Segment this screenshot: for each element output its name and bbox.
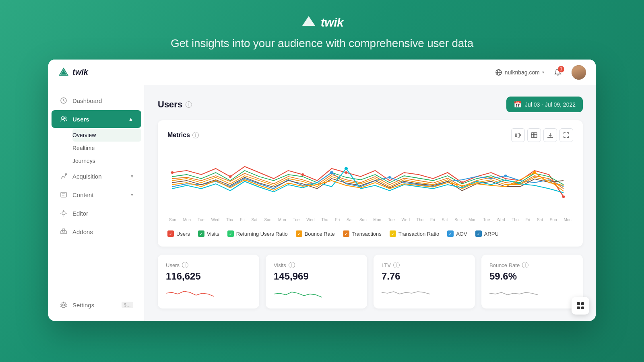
download-icon xyxy=(547,132,553,138)
legend-check-returning: ✓ xyxy=(227,230,234,237)
notification-button[interactable]: 1 xyxy=(551,65,565,80)
stat-label-visits: Visits i xyxy=(274,262,359,268)
legend-item-returning[interactable]: ✓ Returning Users Ratio xyxy=(227,230,288,237)
upgrade-badge: $… xyxy=(122,302,133,308)
app-header-logo-icon xyxy=(58,67,69,78)
svg-point-30 xyxy=(345,167,348,170)
sidebar-item-label-acquisition: Acquisition xyxy=(72,173,126,180)
legend-label-transactions: Transactions xyxy=(352,231,382,237)
content-icon xyxy=(60,191,68,199)
legend-check-arpu: ✓ xyxy=(475,230,482,237)
date-range-label: Jul 03 - Jul 09, 2022 xyxy=(525,101,576,108)
legend-label-visits: Visits xyxy=(207,231,219,237)
expand-button[interactable] xyxy=(559,128,573,142)
stats-row: Users i 116,625 Visits i 145,969 xyxy=(158,255,583,309)
users-chevron-icon: ▲ xyxy=(128,116,133,122)
compare-button[interactable] xyxy=(511,128,525,142)
stat-label-ltv: LTV i xyxy=(382,262,467,268)
legend-label-users: Users xyxy=(176,231,190,237)
legend-check-bounce: ✓ xyxy=(296,230,302,237)
users-icon xyxy=(60,115,68,123)
sidebar-sub-label-overview: Overview xyxy=(72,132,96,138)
legend-item-transaction-ratio[interactable]: ✓ Transaction Ratio xyxy=(390,230,439,237)
svg-point-26 xyxy=(562,195,565,198)
svg-point-14 xyxy=(62,212,65,215)
globe-icon xyxy=(495,69,502,76)
app-header: twik nulknbag.com ▾ 1 xyxy=(48,60,596,85)
metrics-card: Metrics i xyxy=(158,120,583,247)
svg-point-31 xyxy=(533,171,536,174)
page-title: Users xyxy=(158,99,182,110)
svg-point-21 xyxy=(171,171,173,174)
svg-point-29 xyxy=(504,175,507,177)
sparkline-users xyxy=(166,285,214,300)
compare-icon xyxy=(515,132,521,138)
sidebar-sub-menu: Overview Realtime Journeys xyxy=(48,129,144,167)
date-range-button[interactable]: 📅 Jul 03 - Jul 09, 2022 xyxy=(506,97,583,112)
stat-card-visits: Visits i 145,969 xyxy=(266,255,367,309)
calendar-icon: 📅 xyxy=(514,101,522,108)
stat-info-ltv[interactable]: i xyxy=(393,262,400,268)
app-header-logo: twik xyxy=(58,67,88,78)
metrics-chart xyxy=(167,148,573,213)
sidebar-sub-label-realtime: Realtime xyxy=(72,145,95,151)
domain-chevron-icon: ▾ xyxy=(542,70,544,74)
legend-item-bounce[interactable]: ✓ Bounce Rate xyxy=(296,230,335,237)
avatar[interactable] xyxy=(572,65,586,80)
legend-check-aov: ✓ xyxy=(447,230,454,237)
legend-label-bounce: Bounce Rate xyxy=(305,231,335,237)
domain-selector[interactable]: nulknbag.com ▾ xyxy=(495,69,544,76)
stat-label-bounce-rate: Bounce Rate i xyxy=(489,262,575,268)
sidebar-sub-item-realtime[interactable]: Realtime xyxy=(72,142,141,154)
content-chevron-icon: ▾ xyxy=(131,192,133,197)
sparkline-ltv xyxy=(382,285,430,300)
metrics-title-text: Metrics xyxy=(167,132,190,139)
editor-icon xyxy=(60,209,68,217)
chart-legend: ✓ Users ✓ Visits ✓ Returning Users Ratio… xyxy=(167,227,573,239)
download-button[interactable] xyxy=(543,128,557,142)
sparkline-bounce-rate xyxy=(489,285,538,300)
stat-info-users[interactable]: i xyxy=(182,262,188,268)
legend-item-users[interactable]: ✓ Users xyxy=(167,230,190,237)
sidebar-item-content[interactable]: Content ▾ xyxy=(52,186,141,204)
legend-item-visits[interactable]: ✓ Visits xyxy=(198,230,219,237)
sidebar-bottom: Settings $… xyxy=(48,291,144,315)
legend-check-visits: ✓ xyxy=(198,230,204,237)
svg-rect-17 xyxy=(531,133,537,138)
sidebar-item-acquisition[interactable]: Acquisition ▾ xyxy=(52,167,141,185)
sidebar-item-editor[interactable]: Editor xyxy=(52,204,141,222)
page-title-info-icon[interactable]: i xyxy=(186,101,192,108)
hero-tagline: Get insights into your audience with com… xyxy=(171,37,473,50)
stat-info-visits[interactable]: i xyxy=(289,262,295,268)
svg-point-9 xyxy=(64,117,66,119)
svg-point-27 xyxy=(330,171,333,174)
acquisition-icon xyxy=(60,172,68,180)
sidebar-sub-label-journeys: Journeys xyxy=(72,158,95,164)
stat-info-bounce-rate[interactable]: i xyxy=(522,262,528,268)
svg-point-22 xyxy=(229,175,231,178)
sidebar-item-dashboard[interactable]: Dashboard xyxy=(52,92,141,109)
legend-check-transaction-ratio: ✓ xyxy=(390,230,396,237)
chart-x-axis: SunMonTueWedThuFri SatSunMonTueWedThu Fr… xyxy=(167,218,573,222)
legend-item-arpu[interactable]: ✓ ARPU xyxy=(475,230,499,237)
sparkline-visits xyxy=(274,285,322,300)
avatar-face xyxy=(572,65,586,80)
legend-item-transactions[interactable]: ✓ Transactions xyxy=(343,230,382,237)
stat-label-users: Users i xyxy=(166,262,251,268)
sidebar-sub-item-overview[interactable]: Overview xyxy=(72,129,141,142)
sidebar-item-label-editor: Editor xyxy=(72,210,133,217)
sidebar-item-users[interactable]: Users ▲ xyxy=(52,110,141,128)
svg-marker-0 xyxy=(302,16,315,26)
chart-area xyxy=(167,148,573,213)
legend-item-aov[interactable]: ✓ AOV xyxy=(447,230,467,237)
sidebar-item-settings[interactable]: Settings $… xyxy=(52,296,141,314)
sidebar-item-addons[interactable]: Addons xyxy=(52,223,141,241)
table-view-button[interactable] xyxy=(527,128,541,142)
metrics-info-icon[interactable]: i xyxy=(192,132,199,138)
stat-card-ltv: LTV i 7.76 xyxy=(374,255,475,309)
floating-apps-button[interactable] xyxy=(572,297,589,315)
legend-label-transaction-ratio: Transaction Ratio xyxy=(398,231,439,237)
sidebar-item-label-settings: Settings xyxy=(72,302,117,309)
stat-card-bounce-rate: Bounce Rate i 59.6% xyxy=(481,255,583,309)
sidebar-sub-item-journeys[interactable]: Journeys xyxy=(72,154,141,167)
